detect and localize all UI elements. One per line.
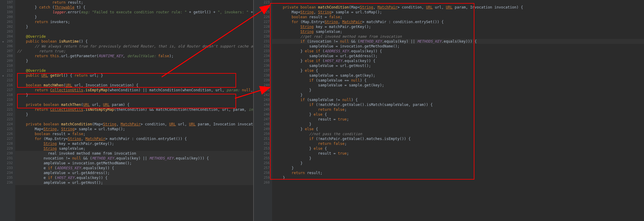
code-line[interactable]: sampleValue = url.getAddress(); [272, 54, 644, 58]
code-line[interactable]: private boolean matchCondition(Map<Strin… [272, 5, 644, 10]
line-number[interactable]: 231 [0, 156, 13, 161]
line-number[interactable]: 253 [254, 146, 270, 151]
line-number[interactable]: 243 [254, 97, 270, 102]
line-number[interactable]: 245 [254, 107, 270, 112]
line-number[interactable]: 236 [0, 180, 13, 185]
code-line[interactable]: @Override [15, 34, 253, 39]
code-right[interactable]: private boolean matchCondition(Map<Strin… [272, 0, 644, 185]
code-line[interactable]: logger.error(msg: "Failed to execute con… [15, 10, 253, 15]
code-line[interactable]: } [15, 58, 253, 63]
line-number[interactable]: 235 [0, 175, 13, 180]
line-number[interactable]: 222 [0, 112, 13, 117]
line-number[interactable]: 249 [254, 127, 270, 132]
code-line[interactable]: } [272, 175, 644, 180]
line-number[interactable]: 213 [0, 78, 13, 83]
code-line[interactable]: public URL getUrl() { return url; } [15, 73, 253, 78]
code-line[interactable]: ampleValue = url.getHost(); [15, 180, 253, 185]
code-line[interactable]: sampleValue = sample.get(key); [272, 73, 644, 78]
code-line[interactable]: } else { [272, 127, 644, 132]
code-line[interactable]: boolean matchWhen(URL url, Invocation in… [15, 83, 253, 88]
line-number[interactable]: 197 [0, 0, 13, 5]
code-line[interactable] [272, 180, 644, 185]
line-number[interactable]: 259 [254, 175, 270, 180]
code-line[interactable]: Map<String, String> sample = url.toMap()… [15, 127, 253, 132]
code-line[interactable] [15, 29, 253, 34]
code-line[interactable]: } else { [272, 112, 644, 117]
line-number[interactable]: 254 [254, 151, 270, 156]
line-number[interactable]: 228 [254, 24, 270, 29]
code-line[interactable]: for (Map.Entry<String, MatchPair> matchP… [15, 136, 253, 141]
code-line[interactable]: sampleValue = invocation.getMethodName()… [272, 44, 644, 49]
line-number[interactable]: 236 [254, 63, 270, 68]
line-number[interactable]: 201 [0, 19, 13, 24]
code-line[interactable]: } [15, 112, 253, 117]
gutter-right[interactable]: 2232242252262272282292302312322332342352… [254, 0, 272, 221]
code-line[interactable] [15, 97, 253, 102]
line-number[interactable]: 208 [0, 54, 13, 58]
code-line[interactable]: String sampleValue; [15, 146, 253, 151]
code-line[interactable]: // return true; [15, 49, 253, 54]
line-number[interactable]: 207 [0, 49, 13, 54]
line-number[interactable]: 234 [254, 54, 270, 58]
line-number[interactable]: 225 [254, 10, 270, 15]
code-line[interactable]: real invoked method name from invocation [15, 151, 253, 156]
code-line[interactable]: } [272, 88, 644, 93]
code-line[interactable]: // We always return true for previously … [15, 44, 253, 49]
line-number[interactable]: 250 [254, 132, 270, 136]
code-line[interactable]: boolean result = false; [272, 15, 644, 19]
code-line[interactable]: //not pass the condition [272, 132, 644, 136]
line-number[interactable]: 242 [254, 93, 270, 97]
code-line[interactable]: private boolean matchCondition(Map<Strin… [15, 122, 253, 127]
line-number[interactable]: 224 [254, 5, 270, 10]
editor-right-pane[interactable]: 2232242252262272282292302312322332342352… [253, 0, 644, 221]
line-number[interactable]: 246 [254, 112, 270, 117]
line-number[interactable]: 257 [254, 166, 270, 170]
code-line[interactable] [272, 0, 644, 5]
line-number[interactable]: 244 [254, 102, 270, 107]
code-line[interactable]: if (sampleValue == null) { [272, 78, 644, 83]
line-number[interactable]: 204 [0, 34, 13, 39]
code-line[interactable]: } [272, 122, 644, 127]
line-number[interactable]: 220 [0, 102, 13, 107]
line-number[interactable]: 241 [254, 88, 270, 93]
code-line[interactable]: ampleValue = invocation.getMethodName(); [15, 161, 253, 166]
line-number[interactable]: 252 [254, 141, 270, 146]
line-number[interactable]: 251 [254, 136, 270, 141]
line-number[interactable]: 229 [254, 29, 270, 34]
code-line[interactable] [15, 63, 253, 68]
line-number[interactable]: 203 [0, 29, 13, 34]
code-line[interactable]: } [272, 93, 644, 97]
line-number[interactable]: 211 [0, 68, 13, 73]
code-line[interactable]: sampleValue = sample.get(key); [272, 83, 644, 88]
line-number[interactable]: 218 [0, 93, 13, 97]
code-line[interactable]: String key = matchPair.getKey(); [15, 141, 253, 146]
line-number[interactable]: 198 [0, 5, 13, 10]
code-line[interactable]: return this.url.getParameter(RUNTIME_KEY… [15, 54, 253, 58]
line-number[interactable]: 238 [254, 73, 270, 78]
line-number[interactable]: 205 [0, 39, 13, 44]
code-line[interactable]: for (Map.Entry<String, MatchPair> matchP… [272, 19, 644, 24]
line-number[interactable]: 217 [0, 88, 13, 93]
line-number[interactable]: 224 [0, 122, 13, 127]
code-line[interactable]: if (invocation != null && (METHOD_KEY.eq… [272, 39, 644, 44]
gutter-left[interactable]: 1971981992002012022032042052062072082092… [0, 0, 15, 221]
line-number[interactable]: 256 [254, 161, 270, 166]
code-line[interactable]: if (sampleValue != null) { [272, 97, 644, 102]
code-line[interactable]: return false; [272, 141, 644, 146]
line-number[interactable]: 228 [0, 141, 13, 146]
code-line[interactable]: } [15, 93, 253, 97]
line-number[interactable]: 260 [254, 180, 270, 185]
code-line[interactable]: return CollectionUtils.isEmptyMap(whenCo… [15, 88, 253, 93]
line-number[interactable]: 227 [0, 136, 13, 141]
code-line[interactable]: } else if (HOST_KEY.equals(key)) { [272, 58, 644, 63]
code-line[interactable]: return false; [272, 107, 644, 112]
line-number[interactable]: 237 [254, 68, 270, 73]
line-number[interactable]: 231 [254, 39, 270, 44]
line-number[interactable]: 200 [0, 15, 13, 19]
code-line[interactable]: e if (HOST_KEY.equals(key)) { [15, 175, 253, 180]
code-line[interactable]: } catch (Throwable t) { [15, 5, 253, 10]
line-number[interactable]: 258 [254, 170, 270, 175]
code-line[interactable]: if (!matchPair.getValue().matches.isEmpt… [272, 136, 644, 141]
line-number[interactable]: 230 [254, 34, 270, 39]
line-number[interactable]: 248 [254, 122, 270, 127]
